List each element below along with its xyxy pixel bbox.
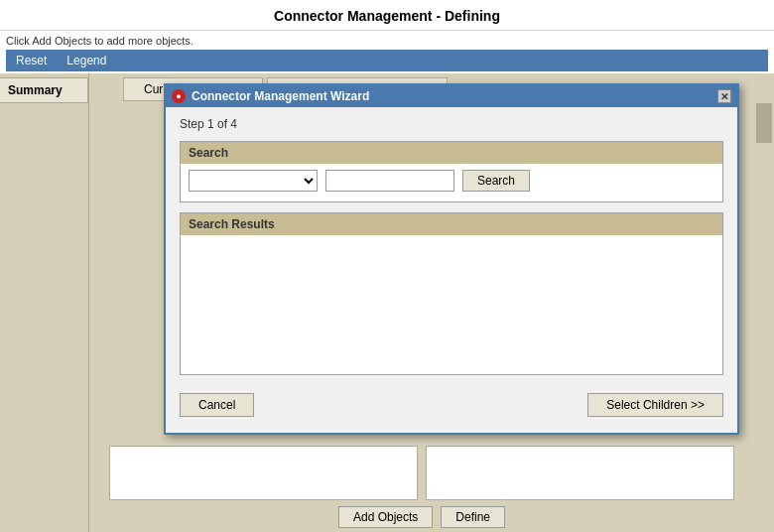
modal-dialog: ● Connector Management Wizard ✕ Step 1 o…	[164, 83, 739, 435]
results-section-header: Search Results	[181, 213, 722, 235]
page-title: Connector Management - Defining	[0, 0, 774, 31]
legend-button[interactable]: Legend	[63, 53, 110, 68]
select-children-button[interactable]: Select Children >>	[587, 393, 723, 417]
reset-button[interactable]: Reset	[12, 53, 51, 68]
modal-overlay: ● Connector Management Wizard ✕ Step 1 o…	[89, 73, 754, 532]
modal-close-button[interactable]: ✕	[717, 89, 731, 103]
search-section-header: Search	[181, 142, 722, 164]
search-text-input[interactable]	[325, 170, 454, 192]
modal-title-left: ● Connector Management Wizard	[172, 89, 369, 103]
results-area	[181, 235, 722, 374]
scroll-thumb	[756, 103, 772, 143]
modal-titlebar: ● Connector Management Wizard ✕	[166, 85, 737, 107]
modal-title-text: Connector Management Wizard	[192, 89, 369, 103]
search-dropdown[interactable]	[189, 170, 318, 192]
search-row: Search	[181, 164, 722, 201]
step-label: Step 1 of 4	[180, 117, 723, 131]
modal-footer: Cancel Select Children >>	[180, 385, 723, 419]
right-scrollbar[interactable]	[754, 73, 774, 532]
search-section: Search Search	[180, 141, 723, 202]
content-area: Current Selections Unselected Dependenci…	[89, 73, 754, 532]
modal-body: Step 1 of 4 Search Search	[166, 107, 737, 433]
toolbar-hint: Click Add Objects to add more objects.	[6, 35, 768, 47]
sidebar: Summary	[0, 73, 89, 532]
cancel-button[interactable]: Cancel	[180, 393, 254, 417]
search-button[interactable]: Search	[462, 170, 530, 192]
sidebar-item-summary[interactable]: Summary	[0, 77, 88, 103]
results-section: Search Results	[180, 212, 723, 375]
modal-icon: ●	[172, 89, 186, 103]
